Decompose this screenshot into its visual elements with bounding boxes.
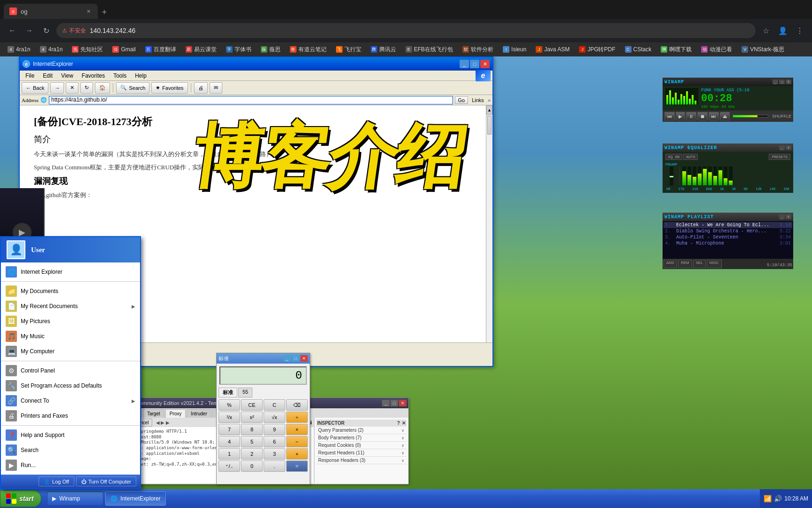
- ie-maximize-button[interactable]: □: [470, 60, 479, 68]
- playlist-item-4[interactable]: 4. Muha - Microphone 3:01: [664, 240, 792, 246]
- burp-close[interactable]: ✕: [399, 400, 406, 406]
- menu-item-my-music[interactable]: 🎵 My Music: [1, 329, 140, 344]
- winamp-prev-button[interactable]: ⏮: [664, 112, 675, 120]
- calculator-titlebar[interactable]: 标准 _ □ ✕: [217, 353, 310, 364]
- bookmark-fly[interactable]: 飞 飞行宝: [332, 44, 365, 55]
- calc-key-percent[interactable]: %: [219, 399, 240, 411]
- calc-key-1[interactable]: 1: [219, 448, 240, 460]
- settings-icon[interactable]: ⋮: [793, 24, 806, 37]
- menu-item-control-panel[interactable]: ⚙ Control Panel: [1, 363, 140, 378]
- winamp-close[interactable]: ✕: [786, 79, 791, 84]
- calc-close[interactable]: ✕: [300, 355, 308, 362]
- ie-refresh-button[interactable]: ↻: [80, 82, 93, 94]
- preamp-slider[interactable]: [670, 167, 673, 185]
- winamp-next-button[interactable]: ⏭: [709, 112, 719, 120]
- pl-misc-button[interactable]: MISC: [707, 260, 722, 268]
- eq-on-button[interactable]: EQ ON: [665, 154, 682, 160]
- winamp-eject-button[interactable]: ⏏: [720, 112, 730, 120]
- winamp-titlebar[interactable]: WINAMP _ □ ✕: [663, 78, 793, 86]
- winamp-eq-close[interactable]: ✕: [786, 145, 791, 150]
- ie-close-button[interactable]: ✕: [480, 60, 490, 68]
- taskbar-ie[interactable]: 🌐 InternetExplorer: [105, 492, 165, 506]
- bookmark-4ra1n-2[interactable]: 4 4ra1n: [36, 44, 67, 55]
- burp-tab-proxy[interactable]: Proxy: [165, 409, 186, 418]
- calc-maximize[interactable]: □: [292, 355, 299, 362]
- eq-bar-3khz[interactable]: [708, 167, 712, 185]
- burp-tab-intruder[interactable]: Intruder: [187, 409, 211, 418]
- ie-minimize-button[interactable]: _: [460, 60, 469, 68]
- calc-key-backspace[interactable]: ⌫: [286, 399, 308, 411]
- winamp-shade[interactable]: □: [779, 79, 785, 84]
- calc-key-6[interactable]: 6: [264, 436, 285, 447]
- burp-tab-target[interactable]: Target: [143, 409, 164, 418]
- bookmark-download[interactable]: 啊 啊嘿下载: [657, 44, 695, 55]
- menu-item-my-recent[interactable]: 📄 My Recent Documents ▶: [1, 299, 140, 314]
- calc-key-4[interactable]: 4: [219, 436, 240, 447]
- bookmark-gmail[interactable]: G Gmail: [109, 44, 139, 55]
- ie-forward-button[interactable]: →: [50, 82, 64, 94]
- calc-key-5[interactable]: 5: [241, 436, 263, 447]
- chrome-tab[interactable]: o og ✕: [4, 4, 98, 19]
- inspector-row-body[interactable]: Body Parameters (7) ∨: [316, 434, 406, 442]
- eq-bar-170hz[interactable]: [687, 167, 691, 185]
- winamp-play-button[interactable]: ▶: [676, 112, 685, 120]
- bookmark-software[interactable]: 软 软件分析: [459, 44, 497, 55]
- tab-close-button[interactable]: ✕: [85, 8, 92, 15]
- calc-key-decimal[interactable]: .: [264, 460, 285, 472]
- inspector-row-query[interactable]: Query Parameters (2) ∨: [316, 427, 406, 434]
- address-bar[interactable]: ⚠ 不安全 140.143.242.46: [56, 23, 756, 38]
- bookmark-youdao[interactable]: 有 有道云笔记: [286, 44, 330, 55]
- menu-item-my-computer[interactable]: 💻 My Computer: [1, 344, 140, 359]
- winamp-eq-minimize[interactable]: _: [779, 145, 785, 150]
- burp-minimize[interactable]: _: [382, 400, 390, 406]
- ie-search-button[interactable]: 🔍 Search: [116, 82, 149, 94]
- calc-key-9[interactable]: 9: [264, 424, 285, 435]
- eq-auto-button[interactable]: AUTO: [683, 154, 698, 160]
- winamp-pl-close[interactable]: ✕: [786, 214, 791, 219]
- calc-key-0[interactable]: 0: [241, 460, 263, 472]
- bookmark-isieun[interactable]: I Isieun: [499, 44, 530, 55]
- playlist-item-3[interactable]: 3. Auto-Pilot - Seventeen 3:34: [664, 234, 792, 240]
- winamp-volume-bar[interactable]: [733, 115, 768, 118]
- pl-rem-button[interactable]: REM: [678, 260, 692, 268]
- winamp-pause-button[interactable]: ⏸: [686, 112, 696, 120]
- inspector-row-req-headers[interactable]: Request Headers (11) ∨: [316, 449, 406, 457]
- ie-menu-tools[interactable]: Tools: [109, 71, 130, 80]
- bookmark-xianzhi[interactable]: 先 先知社区: [68, 44, 107, 55]
- calc-minimize[interactable]: _: [283, 355, 291, 362]
- playlist-item-2[interactable]: 2. Diablo Swing Orchestra - Hero... 5:22: [664, 228, 792, 234]
- taskbar-winamp[interactable]: ▶ Winamp: [47, 492, 103, 506]
- calc-key-equals[interactable]: =: [286, 460, 308, 472]
- ie-menu-help[interactable]: Help: [131, 71, 150, 80]
- eq-presets-button[interactable]: PRESETS: [769, 154, 790, 160]
- ie-menu-edit[interactable]: Edit: [39, 71, 56, 80]
- menu-item-internet[interactable]: 🌐 Internet Explorer: [1, 264, 140, 279]
- ie-menu-favorites[interactable]: Favorites: [78, 71, 109, 80]
- inspector-row-res-headers[interactable]: Response Headers (3) ∨: [316, 457, 406, 464]
- bookmarks-icon[interactable]: ☆: [759, 24, 773, 37]
- ie-back-button[interactable]: ← Back: [22, 82, 48, 94]
- bookmark-cstack[interactable]: C CStack: [621, 44, 656, 55]
- bookmark-mosi[interactable]: 薇 薇思: [257, 44, 284, 55]
- winamp-stop-button[interactable]: ⏹: [697, 112, 708, 120]
- calc-key-3[interactable]: 3: [264, 448, 285, 460]
- bookmark-wangyi[interactable]: 易 易云课堂: [182, 44, 220, 55]
- calc-key-divide[interactable]: ÷: [286, 412, 308, 423]
- bookmark-efb[interactable]: E EFB在线飞行包: [402, 44, 457, 55]
- pl-add-button[interactable]: ADD: [664, 260, 677, 268]
- ie-menu-view[interactable]: View: [57, 71, 77, 80]
- calc-key-inverse[interactable]: ¹/x: [219, 412, 240, 423]
- menu-item-printers[interactable]: 🖨 Printers and Faxes: [1, 408, 140, 423]
- bookmark-ziti[interactable]: 字 字体书: [222, 44, 255, 55]
- bookmark-jpg2pdf[interactable]: J JPG转PDF: [575, 44, 619, 55]
- bookmark-javaasm[interactable]: J Java ASM: [532, 44, 573, 55]
- back-button[interactable]: ←: [6, 24, 19, 37]
- refresh-button[interactable]: ↻: [39, 24, 53, 37]
- calc-tab-standard[interactable]: 标准: [219, 388, 237, 397]
- eq-presets-icon[interactable]: PRESETS: [769, 154, 790, 160]
- forward-button[interactable]: →: [23, 24, 36, 37]
- ie-menu-file[interactable]: File: [22, 71, 38, 80]
- turn-off-button[interactable]: ⏻ Turn Off Computer: [76, 476, 136, 486]
- profile-icon[interactable]: 👤: [776, 24, 789, 37]
- inspector-close-icon[interactable]: ✕: [402, 421, 406, 426]
